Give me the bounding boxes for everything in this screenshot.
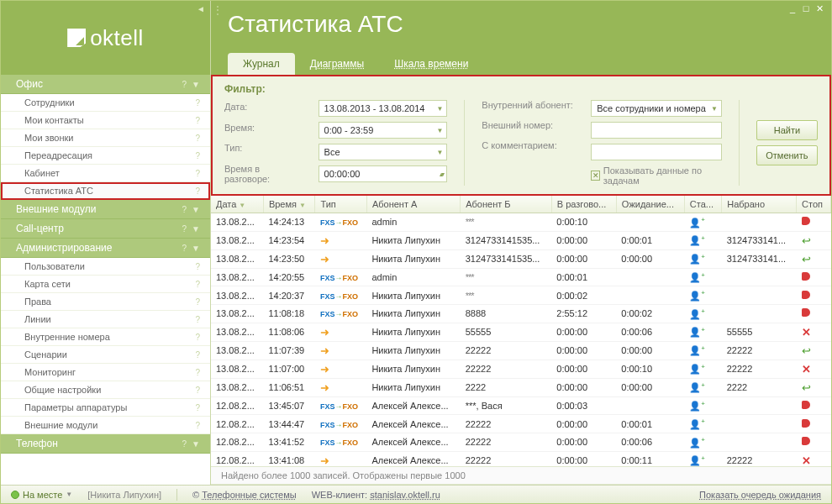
table-row[interactable]: 12.08.2...13:44:47FXS→FXOАлексей Алексе.…	[211, 415, 831, 433]
column-header[interactable]: Набрано	[722, 196, 797, 213]
stop-arrow-icon: ↩	[802, 234, 811, 247]
table-row[interactable]: 13.08.2...11:08:18FXS→FXOНикита Липухин8…	[211, 304, 831, 323]
presence-selector[interactable]: На месте ▼	[11, 490, 72, 500]
nav-item[interactable]: Мои звонки?	[1, 129, 210, 147]
input-time[interactable]: 0:00 - 23:59▼	[319, 122, 448, 139]
help-icon[interactable]: ?	[182, 244, 187, 253]
minimize-button[interactable]: _	[787, 3, 798, 14]
help-icon[interactable]: ?	[195, 297, 200, 307]
column-header[interactable]: Абонент Б	[461, 196, 552, 213]
filter-title: Фильтр:	[224, 83, 266, 95]
help-icon[interactable]: ?	[195, 262, 200, 271]
status-bar: На месте ▼ [Никита Липухин] © Телефонные…	[1, 485, 831, 503]
help-icon[interactable]: ?	[195, 116, 200, 125]
nav-section[interactable]: Офис?▼	[1, 75, 210, 94]
status-icon: 👤	[689, 272, 705, 282]
table-row[interactable]: 13.08.2...14:23:50➜Никита Липухин3124733…	[211, 249, 831, 268]
column-header[interactable]: Ожидание...	[616, 196, 684, 213]
help-icon[interactable]: ?	[195, 315, 200, 324]
status-icon: 👤	[689, 438, 705, 448]
help-icon[interactable]: ?	[195, 333, 200, 342]
nav-item[interactable]: Статистика АТС?	[1, 182, 210, 200]
tab[interactable]: Журнал	[228, 53, 295, 75]
nav-item[interactable]: Внутренние номера?	[1, 328, 210, 346]
input-external[interactable]	[591, 122, 722, 139]
help-icon[interactable]: ?	[195, 386, 200, 395]
nav-item[interactable]: Внешние модули?	[1, 417, 210, 434]
table-row[interactable]: 13.08.2...11:07:00➜Никита Липухин222220:…	[211, 360, 831, 378]
column-header[interactable]: Стоп	[797, 196, 831, 213]
input-internal[interactable]: Все сотрудники и номера▼	[591, 100, 722, 117]
panel-handle-icon[interactable]: ⋮	[213, 4, 223, 16]
table-row[interactable]: 13.08.2...14:23:54➜Никита Липухин3124733…	[211, 231, 831, 249]
column-header[interactable]: Тип	[315, 196, 367, 213]
column-header[interactable]: Ста...	[684, 196, 721, 213]
nav-item[interactable]: Мои контакты?	[1, 112, 210, 129]
nav-item[interactable]: Права?	[1, 293, 210, 311]
nav-section[interactable]: Телефон?▼	[1, 434, 210, 454]
help-icon[interactable]: ?	[195, 169, 200, 178]
nav-item[interactable]: Карта сети?	[1, 276, 210, 293]
table-wrapper[interactable]: Дата▼Время▼ТипАбонент ААбонент БВ разгов…	[211, 196, 831, 466]
link-vendor[interactable]: Телефонные системы	[202, 490, 296, 500]
nav-item[interactable]: Сотрудники?	[1, 94, 210, 112]
help-icon[interactable]: ?	[195, 421, 200, 430]
chevron-down-icon: ▼	[436, 149, 443, 156]
help-icon[interactable]: ?	[195, 98, 200, 108]
maximize-button[interactable]: □	[800, 3, 812, 14]
help-icon[interactable]: ?	[195, 368, 200, 377]
nav-section[interactable]: Администрирование?▼	[1, 239, 210, 258]
arrow-right-icon: ➜	[320, 326, 329, 339]
header: ⋮ Статистика АТС ЖурналДиаграммыШкала вр…	[211, 1, 831, 75]
table-row[interactable]: 13.08.2...11:07:39➜Никита Липухин222220:…	[211, 341, 831, 360]
nav-item[interactable]: Переадресация?	[1, 147, 210, 165]
link-webclient[interactable]: stanislav.oktell.ru	[370, 490, 440, 500]
help-icon[interactable]: ?	[195, 134, 200, 143]
table-row[interactable]: 12.08.2...13:45:07FXS→FXOАлексей Алексе.…	[211, 396, 831, 415]
table-row[interactable]: 13.08.2...14:20:55FXS→FXOadmin***0:00:01…	[211, 268, 831, 286]
help-icon[interactable]: ?	[182, 80, 187, 89]
close-button[interactable]: ✕	[814, 3, 825, 14]
table-row[interactable]: 13.08.2...14:24:13FXS→FXOadmin***0:00:10…	[211, 213, 831, 232]
table-row[interactable]: 12.08.2...13:41:08➜Алексей Алексе...2222…	[211, 451, 831, 466]
tab[interactable]: Шкала времени	[379, 53, 483, 75]
table-row[interactable]: 12.08.2...13:41:52FXS→FXOАлексей Алексе.…	[211, 433, 831, 451]
nav-item[interactable]: Сценарии?	[1, 346, 210, 364]
input-talk[interactable]: 00:00:00▴▾	[319, 165, 448, 182]
nav-item[interactable]: Общие настройки?	[1, 381, 210, 399]
input-comment[interactable]	[591, 144, 722, 160]
help-icon[interactable]: ?	[182, 439, 187, 449]
help-icon[interactable]: ?	[195, 280, 200, 289]
help-icon[interactable]: ?	[182, 205, 187, 214]
help-icon[interactable]: ?	[182, 224, 187, 234]
input-date[interactable]: 13.08.2013 - 13.08.2014▼	[319, 100, 448, 117]
checkbox-show-tasks[interactable]: ✕ Показывать данные по задачам	[591, 165, 722, 186]
nav-section[interactable]: Call-центр?▼	[1, 219, 210, 239]
column-header[interactable]: В разгово...	[551, 196, 616, 213]
nav-item[interactable]: Кабинет?	[1, 165, 210, 182]
column-header[interactable]: Время▼	[263, 196, 314, 213]
nav-item[interactable]: Пользователи?	[1, 258, 210, 276]
tab[interactable]: Диаграммы	[295, 53, 379, 75]
nav-section[interactable]: Внешние модули?▼	[1, 200, 210, 219]
help-icon[interactable]: ?	[195, 151, 200, 160]
nav-item[interactable]: Линии?	[1, 311, 210, 328]
collapse-sidebar-icon[interactable]: ◄	[197, 4, 205, 13]
help-icon[interactable]: ?	[195, 186, 200, 196]
stop-x-icon: ✕	[802, 454, 811, 466]
cancel-button[interactable]: Отменить	[756, 145, 818, 165]
table-row[interactable]: 13.08.2...11:08:06➜Никита Липухин555550:…	[211, 323, 831, 341]
column-header[interactable]: Абонент А	[366, 196, 460, 213]
input-type[interactable]: Все▼	[319, 144, 448, 160]
help-icon[interactable]: ?	[195, 350, 200, 360]
arrow-right-icon: ➜	[320, 381, 329, 394]
find-button[interactable]: Найти	[756, 120, 818, 140]
nav-item[interactable]: Параметры аппаратуры?	[1, 399, 210, 417]
column-header[interactable]: Дата▼	[211, 196, 263, 213]
help-icon[interactable]: ?	[195, 403, 200, 412]
show-queue-link[interactable]: Показать очередь ожидания	[699, 490, 821, 500]
nav-item[interactable]: Мониторинг?	[1, 364, 210, 381]
found-summary: Найдено более 1000 записей. Отображены п…	[211, 466, 831, 485]
table-row[interactable]: 13.08.2...14:20:37FXS→FXOНикита Липухин*…	[211, 286, 831, 305]
table-row[interactable]: 13.08.2...11:06:51➜Никита Липухин22220:0…	[211, 378, 831, 396]
